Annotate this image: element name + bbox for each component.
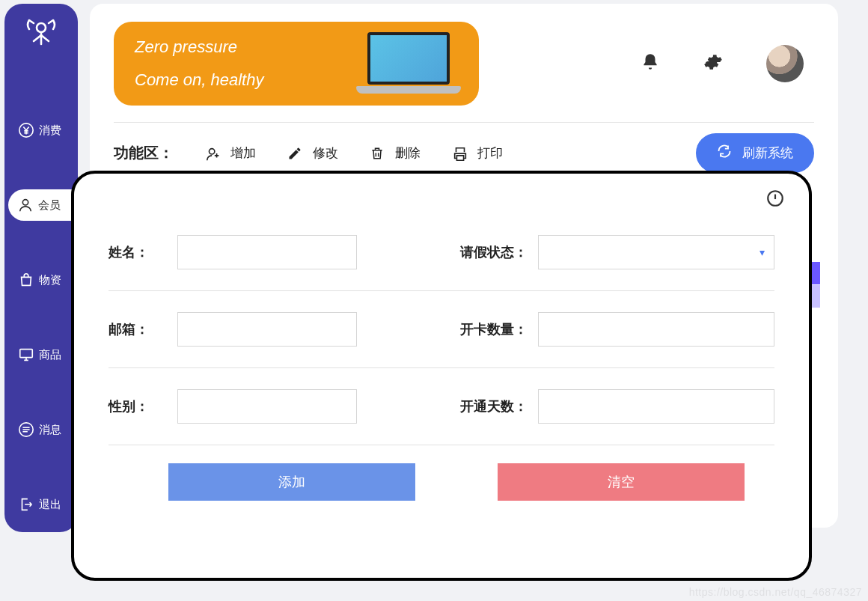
sidebar: 消费 会员 物资 商品 消息 退出 [4,4,78,532]
divider [114,122,814,123]
email-label: 邮箱： [109,320,177,338]
bell-icon[interactable] [641,52,660,75]
yen-icon [18,122,34,138]
card-count-label: 开卡数量： [441,320,538,338]
laptop-image [356,32,461,100]
sidebar-item-label: 退出 [39,498,61,512]
add-user-icon [205,146,220,161]
trash-icon [370,146,385,161]
print-icon [452,146,467,161]
refresh-label: 刷新系统 [742,144,793,162]
open-days-input[interactable] [538,389,774,424]
sidebar-item-goods[interactable]: 商品 [4,339,78,370]
clear-label: 清空 [608,473,635,491]
leave-status-select[interactable]: ▾ [538,235,774,269]
submit-button[interactable]: 添加 [168,463,415,501]
gear-icon[interactable] [703,52,723,75]
email-input[interactable] [177,312,357,347]
name-input[interactable] [177,235,357,269]
sidebar-item-message[interactable]: 消息 [4,414,78,445]
sidebar-item-label: 商品 [39,348,61,362]
add-button[interactable]: 增加 [205,144,256,162]
print-button[interactable]: 打印 [452,144,503,162]
svg-point-5 [210,148,215,153]
member-form-modal: 姓名： 请假状态： ▾ 邮箱： 开卡数量： 性别： 开通天数： [71,171,812,581]
banner-line1: Zero pressure [135,31,263,64]
sidebar-item-exit[interactable]: 退出 [4,489,78,520]
sidebar-item-supply[interactable]: 物资 [4,264,78,296]
card-count-input[interactable] [538,312,774,347]
chevron-down-icon: ▾ [760,246,765,258]
tool-label: 打印 [477,144,503,162]
leave-status-label: 请假状态： [441,243,538,261]
submit-label: 添加 [278,473,305,491]
close-button[interactable] [765,189,785,211]
tool-label: 增加 [230,144,256,162]
clear-button[interactable]: 清空 [498,463,745,501]
exit-icon [18,496,34,513]
svg-rect-3 [20,350,33,358]
svg-point-0 [37,23,46,32]
sidebar-item-label: 会员 [38,198,61,213]
app-logo [17,14,65,55]
gender-input[interactable] [177,389,357,424]
message-icon [18,421,34,438]
sidebar-item-spend[interactable]: 消费 [4,115,78,146]
user-icon [17,197,34,213]
header: Zero pressure Come on, healthy [114,22,814,106]
avatar[interactable] [766,45,804,82]
monitor-icon [18,347,34,363]
gender-label: 性别： [109,397,177,415]
tool-label: 修改 [313,144,338,162]
refresh-button[interactable]: 刷新系统 [696,133,814,173]
watermark: https://blog.csdn.net/qq_46874327 [689,586,862,598]
name-label: 姓名： [109,243,177,261]
toolbar: 功能区： 增加 修改 删除 打印 [114,133,814,173]
edit-button[interactable]: 修改 [287,144,338,162]
sidebar-item-label: 物资 [39,273,61,287]
pencil-icon [287,146,302,161]
svg-point-2 [22,200,28,205]
promo-banner: Zero pressure Come on, healthy [114,22,479,106]
sidebar-item-label: 消费 [39,123,61,138]
refresh-icon [717,144,732,162]
delete-button[interactable]: 删除 [370,144,421,162]
toolbar-section-label: 功能区： [114,143,174,163]
bag-icon [18,272,34,288]
banner-line2: Come on, healthy [135,64,263,97]
open-days-label: 开通天数： [441,397,538,415]
tool-label: 删除 [395,144,421,162]
sidebar-item-label: 消息 [39,423,61,437]
